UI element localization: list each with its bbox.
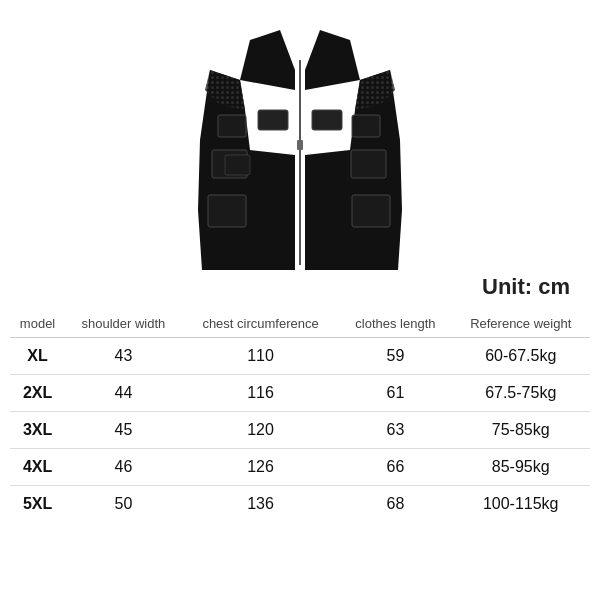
svg-rect-7 [351, 150, 386, 178]
vest-icon [190, 10, 410, 300]
table-header-row: model shoulder width chest circumference… [10, 310, 590, 338]
cell-weight: 67.5-75kg [451, 375, 590, 412]
col-header-weight: Reference weight [451, 310, 590, 338]
table-row: 2XL441166167.5-75kg [10, 375, 590, 412]
table-row: 5XL5013668100-115kg [10, 486, 590, 523]
cell-model: XL [10, 338, 65, 375]
cell-model: 3XL [10, 412, 65, 449]
col-header-chest: chest circumference [182, 310, 340, 338]
cell-model: 4XL [10, 449, 65, 486]
cell-chest: 116 [182, 375, 340, 412]
cell-length: 68 [339, 486, 451, 523]
svg-rect-9 [225, 155, 250, 175]
svg-rect-10 [258, 110, 288, 130]
cell-shoulder: 44 [65, 375, 182, 412]
cell-chest: 136 [182, 486, 340, 523]
svg-rect-3 [218, 115, 246, 137]
table-row: 3XL451206375-85kg [10, 412, 590, 449]
size-table-container: model shoulder width chest circumference… [0, 310, 600, 522]
svg-rect-8 [352, 195, 390, 227]
col-header-length: clothes length [339, 310, 451, 338]
cell-weight: 85-95kg [451, 449, 590, 486]
page: Unit: cm model shoulder width chest circ… [0, 0, 600, 600]
col-header-shoulder: shoulder width [65, 310, 182, 338]
cell-weight: 100-115kg [451, 486, 590, 523]
cell-model: 2XL [10, 375, 65, 412]
cell-weight: 75-85kg [451, 412, 590, 449]
col-header-model: model [10, 310, 65, 338]
svg-rect-6 [352, 115, 380, 137]
cell-chest: 126 [182, 449, 340, 486]
size-table: model shoulder width chest circumference… [10, 310, 590, 522]
cell-chest: 110 [182, 338, 340, 375]
svg-rect-12 [297, 140, 303, 150]
table-row: 4XL461266685-95kg [10, 449, 590, 486]
svg-rect-5 [208, 195, 246, 227]
table-row: XL431105960-67.5kg [10, 338, 590, 375]
cell-chest: 120 [182, 412, 340, 449]
cell-shoulder: 43 [65, 338, 182, 375]
cell-length: 66 [339, 449, 451, 486]
vest-image-area: Unit: cm [0, 0, 600, 310]
cell-model: 5XL [10, 486, 65, 523]
cell-weight: 60-67.5kg [451, 338, 590, 375]
cell-length: 61 [339, 375, 451, 412]
svg-rect-11 [312, 110, 342, 130]
cell-shoulder: 50 [65, 486, 182, 523]
cell-length: 59 [339, 338, 451, 375]
cell-length: 63 [339, 412, 451, 449]
cell-shoulder: 45 [65, 412, 182, 449]
unit-label: Unit: cm [482, 274, 570, 300]
cell-shoulder: 46 [65, 449, 182, 486]
